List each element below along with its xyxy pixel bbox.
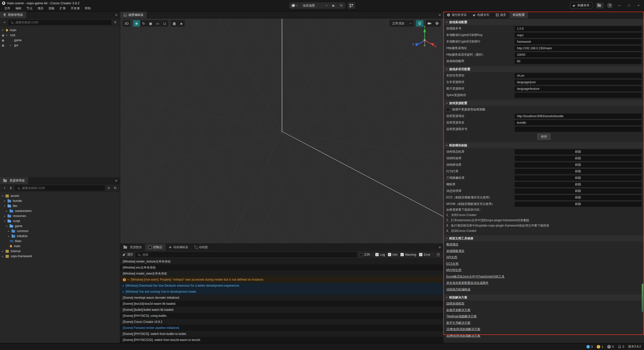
anchor-tool-button[interactable]: ⊔ — [161, 20, 168, 27]
lock-icon[interactable] — [2, 40, 4, 41]
checkbox[interactable]: ✓ — [419, 253, 422, 256]
menu-item[interactable]: 编辑 — [13, 6, 24, 11]
toggle-arrow-icon[interactable]: ▸ — [2, 255, 6, 257]
doc-link[interactable]: 游戏模板项目 — [446, 249, 464, 253]
tab-services[interactable]: 服务 — [493, 12, 509, 18]
tree-item[interactable]: TSMain — [0, 239, 120, 244]
doc-link[interactable]: Excel格式转Json文件与TypeScript代码工具 — [446, 275, 504, 279]
field-input[interactable] — [515, 127, 641, 132]
field-input[interactable] — [515, 120, 641, 125]
error-count[interactable]: × 0 — [607, 345, 614, 348]
log-row[interactable]: [Scene] meshopt wasm decoder initialized — [120, 295, 443, 301]
rect-tool-button[interactable]: ▭ — [154, 20, 161, 27]
maximize-button[interactable]: □ — [626, 4, 632, 7]
assets-add-button[interactable]: + — [2, 186, 7, 191]
rotate-tool-button[interactable]: ↻ — [140, 20, 147, 27]
tab-assets[interactable]: 资源管理器 — [0, 177, 28, 184]
field-input[interactable] — [515, 93, 641, 98]
field-input[interactable] — [515, 52, 641, 57]
hierarchy-add-button[interactable]: + — [2, 20, 7, 25]
section-header[interactable]: ▾游戏资源配置 — [444, 100, 644, 106]
field-input[interactable] — [515, 46, 641, 51]
scene-viewport[interactable]: 3D ⊕ ↻ ▣ ▭ ⊔ ▦ ◈ 正常渲染 ▾ — [120, 19, 443, 243]
field-input[interactable] — [515, 59, 641, 64]
remove-module-button[interactable]: 剔除 — [515, 162, 641, 167]
remove-module-button[interactable]: 剔除 — [515, 176, 641, 181]
log-row[interactable]: [Scene] Cocos Creator v3.8.2 — [120, 319, 443, 325]
toggle-arrow-icon[interactable]: ▸ — [2, 250, 6, 252]
tree-item[interactable]: ▸resources — [0, 213, 120, 218]
tab-framework-config[interactable]: 框架配置 — [509, 12, 528, 18]
toggle-arrow-icon[interactable]: ▸ — [4, 200, 8, 202]
remove-module-button[interactable]: 剔除 — [515, 182, 641, 187]
notification-count[interactable]: 0 — [618, 345, 624, 348]
tab-build-publish[interactable]: 构建发布 — [470, 12, 493, 18]
tree-item[interactable]: ▸internal — [0, 249, 120, 254]
remove-module-button[interactable]: 剔除 — [515, 189, 641, 194]
menu-item[interactable]: 开发者 — [68, 6, 82, 11]
lock-icon[interactable] — [2, 35, 4, 36]
doc-link[interactable]: 教程项目 — [446, 242, 458, 247]
log-filter-error[interactable]: ✓Error — [419, 253, 430, 256]
toggle-arrow-icon[interactable]: ▸ — [8, 230, 12, 232]
reload-button[interactable]: ↻ — [338, 2, 345, 9]
checkbox[interactable]: ✓ — [375, 253, 379, 256]
doc-link[interactable]: 2D角色扮演游戏解决方案 — [446, 327, 480, 331]
tab-hierarchy[interactable]: 层级管理器 — [0, 12, 26, 18]
doc-link[interactable]: MVVM文档 — [446, 268, 461, 272]
checkbox[interactable]: ✓ — [388, 253, 391, 256]
assets-menu-icon[interactable]: ≡ — [113, 177, 120, 184]
help-button[interactable]: ? — [607, 3, 613, 8]
remove-module-button[interactable]: 剔除 — [515, 169, 641, 174]
log-filter-info[interactable]: ✓Info — [388, 253, 397, 256]
section-header[interactable]: ▾游戏多语言配置 — [444, 66, 644, 72]
scene-select[interactable]: 当前场景▾ — [300, 2, 330, 9]
build-publish-button[interactable]: 构建发布 — [570, 2, 592, 9]
open-log-file-button[interactable] — [436, 252, 441, 257]
info-count[interactable]: i 3 — [586, 345, 593, 348]
hierarchy-search-input[interactable] — [15, 20, 109, 24]
tree-item[interactable]: main — [0, 244, 120, 249]
tree-item[interactable]: ▾assets — [0, 193, 120, 198]
render-mode-select[interactable]: 正常渲染 ▾ — [389, 20, 414, 27]
console-search-input[interactable] — [142, 253, 355, 257]
toggle-arrow-icon[interactable]: ▾ — [6, 225, 10, 227]
tab-asset-preview[interactable]: 资源预览 — [120, 244, 145, 251]
regex-filter[interactable]: 正则 — [359, 252, 370, 257]
log-row[interactable]: [Scene] Forward render pipeline initiali… — [120, 325, 443, 331]
dimension-toggle-button[interactable]: 3D — [123, 20, 131, 27]
toggle-arrow-icon[interactable]: ▸ — [10, 44, 14, 47]
tree-item[interactable]: ▾main — [0, 28, 120, 33]
menu-item[interactable]: 项目 — [35, 6, 46, 11]
menu-item[interactable]: 面板 — [46, 6, 57, 11]
save-button[interactable]: 保存 — [537, 134, 550, 140]
log-filter-log[interactable]: ✓Log — [375, 253, 385, 256]
scale-tool-button[interactable]: ▣ — [147, 20, 154, 27]
tree-item[interactable]: ▸gui — [0, 43, 120, 48]
remove-module-button[interactable]: 剔除 — [515, 195, 641, 200]
minimize-button[interactable]: ─ — [616, 4, 622, 7]
lock-icon[interactable] — [2, 45, 4, 47]
assets-filter-button[interactable]: ≣ — [106, 186, 111, 191]
expand-arrow-icon[interactable]: ▸ — [128, 278, 129, 281]
tree-item[interactable]: ▸common — [0, 229, 120, 234]
menu-item[interactable]: 扩展 — [57, 6, 68, 11]
hierarchy-filter-button[interactable]: ≣ — [113, 20, 118, 25]
tree-item[interactable]: ▸oops-framework — [0, 254, 120, 259]
field-input[interactable] — [515, 33, 641, 38]
log-row[interactable]: ▸[Window] You are running Vue in develop… — [120, 289, 443, 295]
doc-link[interactable]: 动画状态机编辑器 — [446, 287, 470, 292]
tree-item[interactable]: ▸bundle — [0, 198, 120, 203]
tree-item[interactable]: ▾libs — [0, 203, 120, 208]
tree-item[interactable]: ▸initialize — [0, 234, 120, 239]
doc-link[interactable]: 3D角色扮演游戏解决方案 — [446, 334, 480, 338]
hierarchy-menu-icon[interactable]: ≡ — [113, 12, 120, 18]
toggle-arrow-icon[interactable]: ▸ — [4, 215, 8, 217]
tree-item[interactable]: ▸seedrandom — [0, 208, 120, 213]
preview-qr-button[interactable] — [348, 2, 355, 9]
tree-item[interactable]: game — [0, 38, 120, 43]
tree-item[interactable]: ▾root — [0, 33, 120, 38]
tab-scene-editor[interactable]: 场景编辑器 — [120, 12, 147, 18]
log-row[interactable]: [Window] ecs文件夹存在 — [120, 265, 443, 271]
section-header[interactable]: ▾游戏基础配置 — [444, 19, 644, 25]
